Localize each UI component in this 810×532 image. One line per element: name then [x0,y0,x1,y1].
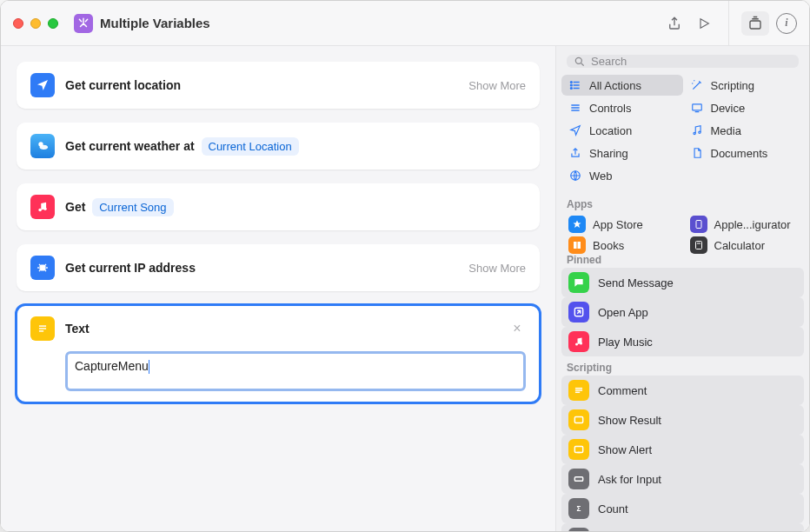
apps-section-header: Apps [556,193,809,212]
weather-icon [30,134,55,158]
category-documents[interactable]: Documents [683,143,805,163]
show-more-button[interactable]: Show More [468,79,526,92]
show-alert-icon [568,439,589,460]
location-icon [30,73,55,97]
app-app-store[interactable]: App Store [561,212,683,236]
scripting-show-result[interactable]: Show Result [561,405,804,435]
share-icon [568,146,582,160]
category-sharing[interactable]: Sharing [561,143,683,163]
music-icon [30,195,55,219]
monitor-icon [690,101,704,115]
category-device[interactable]: Device [683,97,805,118]
configurator-icon [690,216,707,233]
play-music-icon [568,331,589,352]
library-toggle-button[interactable] [741,11,769,36]
action-title: Get current IP address [65,261,196,275]
category-all-actions[interactable]: All Actions [561,75,683,96]
wand-icon [690,78,704,92]
action-get-current-location[interactable]: Get current location Show More [17,62,540,109]
category-controls[interactable]: Controls [561,97,683,118]
scripting-choose-menu[interactable]: Choose from Menu [561,523,804,531]
svg-point-2 [40,145,48,150]
scripting-ask-input[interactable]: Ask for Input [561,464,804,494]
variable-token-current-location[interactable]: Current Location [202,137,299,156]
svg-point-29 [575,343,578,346]
apps-grid: App Store Apple...igurator Books Calcula… [556,212,809,254]
comment-icon [568,380,589,401]
pinned-open-app[interactable]: Open App [561,297,804,327]
action-title: Get current location [65,78,181,92]
category-web[interactable]: Web [561,165,683,186]
svg-rect-0 [750,21,760,29]
text-icon [30,316,55,341]
note-icon [690,123,704,137]
app-icon [74,14,93,33]
app-configurator[interactable]: Apple...igurator [683,212,805,236]
list-icon [568,78,582,92]
globe-icon [568,169,582,183]
action-title: Text [65,322,90,336]
pinned-play-music[interactable]: Play Music [561,327,804,356]
text-input[interactable]: CaptureMenu [65,351,526,391]
svg-rect-37 [574,477,582,482]
controls-icon [568,101,582,115]
scripting-count[interactable]: ΣCount [561,494,804,523]
text-value: CaptureMenu [75,359,149,373]
variable-token-current-song[interactable]: Current Song [92,198,173,216]
message-icon [568,272,589,293]
pinned-list: Send Message Open App Play Music [556,268,809,356]
svg-point-23 [698,131,700,133]
category-grid: All Actions Scripting Controls Device Lo… [556,75,809,193]
action-library-sidebar: Search All Actions Scripting Controls De… [555,46,809,531]
svg-rect-5 [40,265,45,270]
run-button[interactable] [692,12,716,35]
remove-action-button[interactable]: × [508,321,526,336]
svg-rect-35 [574,447,582,453]
svg-line-10 [581,63,584,65]
action-get-current-weather[interactable]: Get current weather at Current Location [17,123,540,170]
svg-point-9 [575,57,581,63]
action-get-current-song[interactable]: Get Current Song [17,183,540,230]
pinned-section-header: Pinned [556,249,809,268]
doc-icon [690,146,704,160]
svg-point-22 [693,132,694,134]
window-title: Multiple Variables [100,16,210,30]
workflow-canvas: Get current location Show More Get curre… [1,46,555,531]
search-field[interactable]: Search [567,55,799,68]
category-media[interactable]: Media [683,120,805,141]
info-button[interactable]: i [776,13,797,34]
choose-menu-icon [568,528,589,531]
scripting-list: Comment Show Result Show Alert Ask for I… [556,376,809,531]
scripting-comment[interactable]: Comment [561,376,804,405]
zoom-window-button[interactable] [48,18,58,29]
scripting-section-header: Scripting [556,356,809,376]
close-window-button[interactable] [13,18,23,29]
action-title: Get Current Song [65,200,174,214]
search-placeholder: Search [591,55,627,68]
search-icon [574,56,586,68]
open-app-icon [568,302,589,323]
action-text[interactable]: Text × CaptureMenu [17,305,540,402]
count-icon: Σ [568,498,589,519]
svg-point-16 [570,88,572,90]
svg-point-14 [570,82,572,83]
ask-input-icon [568,469,589,489]
show-more-button[interactable]: Show More [468,262,526,275]
action-get-ip-address[interactable]: Get current IP address Show More [17,244,540,291]
titlebar: Multiple Variables i [1,1,809,46]
category-scripting[interactable]: Scripting [683,75,805,96]
category-location[interactable]: Location [561,120,683,141]
pinned-send-message[interactable]: Send Message [561,268,804,297]
minimize-window-button[interactable] [30,18,41,29]
svg-point-3 [38,209,42,212]
svg-rect-20 [692,104,701,110]
ip-icon [30,256,55,280]
svg-point-30 [580,342,582,345]
scripting-show-alert[interactable]: Show Alert [561,435,804,464]
share-button[interactable] [662,12,687,35]
show-result-icon [568,409,589,430]
svg-point-4 [43,208,47,211]
app-store-icon [568,216,586,233]
svg-point-15 [570,84,572,86]
action-title: Get current weather at Current Location [65,139,299,153]
